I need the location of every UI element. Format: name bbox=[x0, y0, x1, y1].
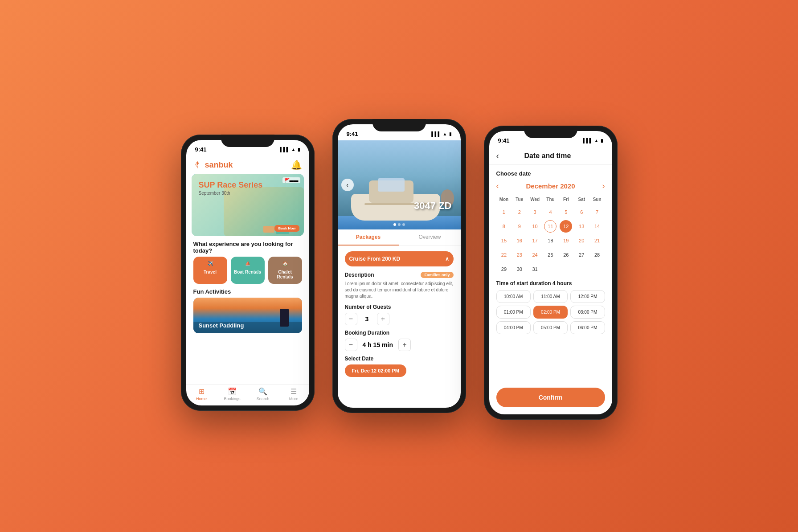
cal-day-8[interactable]: 8 bbox=[498, 220, 510, 233]
cal-day-4[interactable]: 4 bbox=[544, 206, 557, 218]
time-1100am[interactable]: 11:00 AM bbox=[533, 290, 568, 303]
guests-increment-button[interactable]: + bbox=[377, 313, 389, 325]
time-1200pm[interactable]: 12:00 PM bbox=[570, 290, 605, 303]
nav-home[interactable]: ⊞ Home bbox=[186, 387, 217, 401]
notification-bell-icon[interactable]: 🔔 bbox=[291, 160, 302, 170]
boat-photo: 3047 ZD ‹ bbox=[338, 140, 461, 229]
booking-tabs: Packages Overview bbox=[338, 229, 461, 246]
hero-banner: SUP Race Series September 30th 🚩▬▬ Book … bbox=[192, 174, 304, 236]
time-0400pm[interactable]: 04:00 PM bbox=[496, 321, 531, 334]
time-0300pm[interactable]: 03:00 PM bbox=[570, 306, 605, 319]
nav-bookings[interactable]: 📅 Bookings bbox=[217, 387, 248, 401]
hero-flag: 🚩▬▬ bbox=[282, 177, 300, 183]
cal-day-3[interactable]: 3 bbox=[529, 206, 541, 218]
booking-content: Cruise From 200 KD ∧ Description Familie… bbox=[338, 246, 461, 408]
cal-day-15[interactable]: 15 bbox=[498, 234, 510, 247]
cruise-button[interactable]: Cruise From 200 KD ∧ bbox=[345, 251, 454, 266]
day-sat: Sat bbox=[574, 195, 589, 204]
time-0200pm[interactable]: 02:00 PM bbox=[533, 306, 568, 319]
cal-day-27[interactable]: 27 bbox=[575, 249, 588, 261]
more-icon: ☰ bbox=[291, 387, 297, 396]
phone-notch-2 bbox=[372, 119, 426, 131]
next-month-button[interactable]: › bbox=[602, 181, 605, 191]
cal-day-16[interactable]: 16 bbox=[513, 234, 526, 247]
guests-decrement-button[interactable]: − bbox=[345, 313, 357, 325]
cal-day-7[interactable]: 7 bbox=[591, 206, 603, 218]
cal-day-25[interactable]: 25 bbox=[544, 249, 557, 261]
status-time-3: 9:41 bbox=[498, 137, 510, 144]
confirm-button[interactable]: Confirm bbox=[496, 388, 605, 407]
duration-label: Booking Duration bbox=[345, 330, 454, 336]
book-now-button[interactable]: Book Now bbox=[274, 225, 299, 232]
cal-day-20[interactable]: 20 bbox=[575, 234, 588, 247]
cal-day-12[interactable]: 12 bbox=[560, 220, 572, 233]
cal-day-21[interactable]: 21 bbox=[591, 234, 603, 247]
hero-text: SUP Race Series September 30th bbox=[199, 181, 263, 196]
guests-label: Number of Guests bbox=[345, 304, 454, 310]
boat-label: Boat Rentals bbox=[234, 270, 261, 274]
tab-overview[interactable]: Overview bbox=[399, 229, 461, 246]
month-year-label: December 2020 bbox=[526, 182, 575, 190]
cal-day-10[interactable]: 10 bbox=[529, 220, 541, 233]
phone-booking: 9:41 ▌▌▌ ▲ ▮ 3047 ZD ‹ bbox=[332, 119, 466, 413]
cal-day-29[interactable]: 29 bbox=[498, 263, 510, 275]
cal-day-18[interactable]: 18 bbox=[544, 234, 557, 247]
cal-day-19[interactable]: 19 bbox=[560, 234, 572, 247]
calendar-header-row: Mon Tue Wed Thu Fri Sat Sun bbox=[496, 195, 605, 204]
activity-card[interactable]: Sunset Paddling bbox=[193, 298, 302, 333]
duration-decrement-button[interactable]: − bbox=[345, 339, 357, 351]
cal-day-11[interactable]: 11 bbox=[544, 220, 557, 233]
chalet-category[interactable]: 🏠 Chalet Rentals bbox=[268, 257, 302, 284]
dot-3 bbox=[402, 223, 405, 226]
cal-day-22[interactable]: 22 bbox=[498, 249, 510, 261]
cal-day-9[interactable]: 9 bbox=[513, 220, 526, 233]
tab-packages[interactable]: Packages bbox=[338, 229, 399, 246]
description-header: Description Families only bbox=[345, 272, 454, 278]
cal-day-23[interactable]: 23 bbox=[513, 249, 526, 261]
status-icons-2: ▌▌▌ ▲ ▮ bbox=[431, 131, 451, 136]
nav-search[interactable]: 🔍 Search bbox=[248, 387, 278, 401]
nav-search-label: Search bbox=[257, 397, 270, 401]
cal-day-31[interactable]: 31 bbox=[529, 263, 541, 275]
day-thu: Thu bbox=[543, 195, 558, 204]
time-0600pm[interactable]: 06:00 PM bbox=[570, 321, 605, 334]
time-0500pm[interactable]: 05:00 PM bbox=[533, 321, 568, 334]
duration-increment-button[interactable]: + bbox=[398, 339, 411, 351]
cal-day-30[interactable]: 30 bbox=[513, 263, 526, 275]
photo-prev-button[interactable]: ‹ bbox=[341, 179, 354, 191]
cal-day-6[interactable]: 6 bbox=[575, 206, 588, 218]
cal-day-17[interactable]: 17 bbox=[529, 234, 541, 247]
date-select-button[interactable]: Fri, Dec 12 02:00 PM bbox=[345, 364, 406, 377]
cal-day-2[interactable]: 2 bbox=[513, 206, 526, 218]
app-header: sanbuk 🔔 bbox=[186, 156, 309, 174]
experience-question: What experience are you looking for toda… bbox=[186, 236, 309, 257]
cal-day-13[interactable]: 13 bbox=[575, 220, 588, 233]
nav-more[interactable]: ☰ More bbox=[278, 387, 309, 401]
description-label: Description bbox=[345, 272, 374, 278]
cal-day-26[interactable]: 26 bbox=[560, 249, 572, 261]
cal-day-28[interactable]: 28 bbox=[591, 249, 603, 261]
battery-icon-3: ▮ bbox=[601, 138, 603, 143]
boat-category[interactable]: ⛵ Boat Rentals bbox=[231, 257, 265, 284]
hero-title: SUP Race Series bbox=[199, 181, 263, 190]
cal-row-4: 22 23 24 25 26 27 28 bbox=[496, 248, 605, 262]
app-logo: sanbuk bbox=[193, 160, 233, 170]
day-wed: Wed bbox=[527, 195, 543, 204]
time-1000am[interactable]: 10:00 AM bbox=[496, 290, 531, 303]
date-label: Select Date bbox=[345, 356, 454, 362]
cal-day-14[interactable]: 14 bbox=[591, 220, 603, 233]
cal-day-24[interactable]: 24 bbox=[529, 249, 541, 261]
cal-day-5[interactable]: 5 bbox=[560, 206, 572, 218]
boat-icon: ⛵ bbox=[245, 261, 250, 266]
back-button[interactable]: ‹ bbox=[496, 151, 499, 161]
logo-icon bbox=[193, 160, 202, 169]
cal-row-5: 29 30 31 bbox=[496, 262, 605, 276]
time-0100pm[interactable]: 01:00 PM bbox=[496, 306, 531, 319]
travel-category[interactable]: ✈️ Travel bbox=[193, 257, 227, 284]
cal-empty-2 bbox=[560, 263, 572, 275]
wifi-icon-2: ▲ bbox=[443, 131, 447, 136]
guests-counter: − 3 + bbox=[345, 313, 454, 325]
hero-subtitle: September 30th bbox=[199, 191, 263, 196]
cal-day-1[interactable]: 1 bbox=[498, 206, 510, 218]
prev-month-button[interactable]: ‹ bbox=[496, 181, 499, 191]
